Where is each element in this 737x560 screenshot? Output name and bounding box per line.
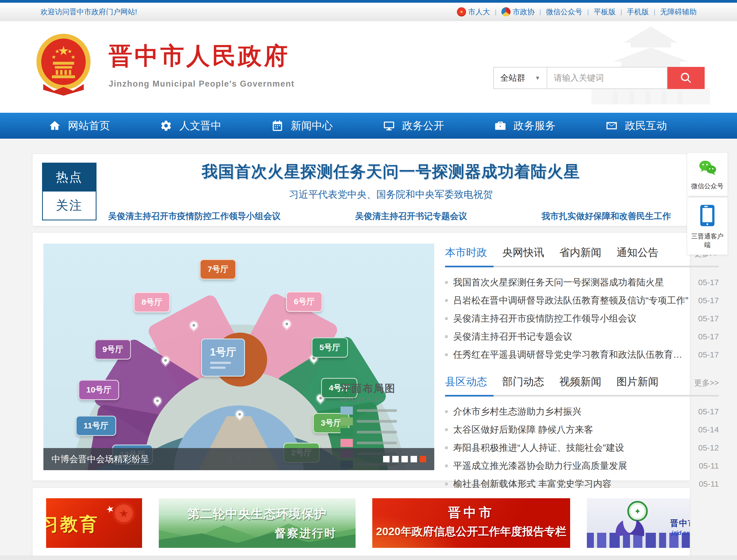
news-link[interactable]: 任秀红在平遥县调研督导党史学习教育和政法队伍教育整顿... bbox=[453, 349, 698, 361]
news-tabs-1: 本市时政 央网快讯 省内新闻 通知公告 更多>> bbox=[445, 245, 719, 260]
news-list-2: 介休市乡村生态游助力乡村振兴05-17 太谷区做好后勤保障 静候八方来客05-1… bbox=[445, 402, 719, 493]
main-content-card: 7号厅 8号厅 6号厅 9号厅 5号厅 10号厅 4号厅 11号厅 3号厅 12… bbox=[32, 233, 690, 481]
chevron-down-icon: ▼ bbox=[535, 75, 540, 81]
banner-eco-inspection[interactable]: 第二轮中央生态环境保护 督察进行时 bbox=[159, 498, 356, 548]
mobile-app-icon bbox=[698, 204, 716, 227]
home-icon bbox=[49, 119, 61, 132]
star-badge-icon: ★ bbox=[112, 502, 135, 525]
news-date: 05-11 bbox=[699, 479, 719, 489]
hot-link-3[interactable]: 我市扎实做好保障和改善民生工作 bbox=[541, 210, 671, 222]
float-wechat[interactable]: 微信公众号 bbox=[687, 152, 728, 196]
site-logo[interactable]: ★ ★ ★ ★ ★ 晋中市人民政府 Jinzhong Municipal Peo… bbox=[35, 32, 295, 97]
top-link-cppcc[interactable]: 市政协 bbox=[501, 7, 534, 17]
nav-culture[interactable]: 人文晋中 bbox=[160, 118, 221, 133]
nav-home[interactable]: 网站首页 bbox=[49, 118, 110, 133]
news-link[interactable]: 平遥成立推光漆器协会助力行业高质量发展 bbox=[453, 460, 699, 472]
carousel-dot-active[interactable] bbox=[420, 456, 426, 462]
carousel-dot[interactable] bbox=[410, 456, 417, 462]
top-link-accessibility[interactable]: 无障碍辅助 bbox=[660, 7, 697, 17]
legend-swatch bbox=[341, 439, 353, 447]
news-carousel[interactable]: 7号厅 8号厅 6号厅 9号厅 5号厅 10号厅 4号厅 11号厅 3号厅 12… bbox=[43, 244, 434, 470]
legend-swatch bbox=[341, 417, 353, 425]
hot-link-1[interactable]: 吴俊清主持召开市疫情防控工作领导小组会议 bbox=[108, 210, 281, 222]
hot-news-card: 热点 关注 我国首次火星探测任务天问一号探测器成功着陆火星 习近平代表党中央、国… bbox=[32, 154, 690, 226]
envelope-icon bbox=[605, 119, 618, 132]
news-link[interactable]: 寿阳县积极推进“人人持证、技能社会”建设 bbox=[453, 442, 698, 454]
tab-photo-news[interactable]: 图片新闻 bbox=[616, 374, 659, 389]
news-list-1: 我国首次火星探测任务天问一号探测器成功着陆火星05-17 吕岩松在晋中调研督导政… bbox=[445, 273, 719, 364]
banner-anti-drug[interactable]: ✦ 远 晋中市禁毒 jzjd.sxjz.gov.cn bbox=[587, 498, 690, 548]
float-sanjintong-app[interactable]: 三晋通客户端 bbox=[687, 197, 728, 255]
tab-department-updates[interactable]: 部门动态 bbox=[502, 374, 544, 389]
hall-label-9: 9号厅 bbox=[95, 339, 131, 360]
tab-underline bbox=[445, 395, 719, 397]
site-titles: 晋中市人民政府 Jinzhong Municipal People's Gove… bbox=[109, 40, 295, 89]
float-sidebar: 微信公众号 三晋通客户端 bbox=[687, 152, 728, 256]
news-item: 任秀红在平遥县调研督导党史学习教育和政法队伍教育整顿...05-17 bbox=[445, 346, 719, 364]
carousel-dot[interactable] bbox=[383, 456, 389, 462]
tab-city-politics[interactable]: 本市时政 bbox=[445, 245, 487, 260]
tab-notices[interactable]: 通知公告 bbox=[616, 245, 659, 260]
banner-party-history-education[interactable]: ★ ★ 习教育 bbox=[46, 498, 142, 548]
page: 欢迎访问晋中市政府门户网站! ★ 市人大 | 市政协 | 微信公众号 | 平板版… bbox=[0, 0, 737, 560]
news-item: 太谷区做好后勤保障 静候八方来客05-14 bbox=[445, 421, 719, 439]
news-date: 05-17 bbox=[698, 350, 719, 359]
news-link[interactable]: 吴俊清主持召开书记专题会议 bbox=[453, 330, 698, 343]
more-link[interactable]: 更多>> bbox=[694, 378, 719, 388]
news-link[interactable]: 吕岩松在晋中调研督导政法队伍教育整顿及信访“专项工作” bbox=[453, 294, 698, 307]
banner-annual-report[interactable]: 晋中市 2020年政府信息公开工作年度报告专栏 bbox=[372, 498, 570, 548]
hot-tag-box: 热点 关注 bbox=[42, 163, 97, 220]
hall-label-5: 5号厅 bbox=[312, 337, 348, 358]
hot-link-2[interactable]: 吴俊清主持召开书记专题会议 bbox=[355, 210, 467, 222]
carousel-caption: 中博会晋中会场精彩纷呈 bbox=[52, 453, 149, 465]
search-input[interactable] bbox=[547, 67, 667, 89]
news-group-county: 县区动态 部门动态 视频新闻 图片新闻 更多>> 介休市乡村生态游助力乡村振兴0… bbox=[445, 374, 719, 493]
news-date: 05-17 bbox=[698, 332, 719, 341]
carousel-dot[interactable] bbox=[401, 456, 408, 462]
footer-strip bbox=[0, 556, 737, 560]
legend-swatch bbox=[341, 407, 353, 415]
news-item: 介休市乡村生态游助力乡村振兴05-17 bbox=[445, 402, 719, 421]
cppcc-emblem-icon bbox=[501, 7, 510, 16]
news-group-city: 本市时政 央网快讯 省内新闻 通知公告 更多>> 我国首次火星探测任务天问一号探… bbox=[445, 245, 719, 364]
news-link[interactable]: 介休市乡村生态游助力乡村振兴 bbox=[453, 405, 698, 418]
top-link-npc[interactable]: ★ 市人大 bbox=[457, 7, 490, 17]
hall-label-6: 6号厅 bbox=[286, 292, 323, 312]
tab-underline bbox=[445, 266, 719, 267]
tab-video-news[interactable]: 视频新闻 bbox=[559, 374, 601, 389]
tab-county-updates[interactable]: 县区动态 bbox=[445, 374, 487, 389]
news-item: 平遥成立推光漆器协会助力行业高质量发展05-11 bbox=[445, 457, 719, 475]
subheadline-link[interactable]: 习近平代表党中央、国务院和中央军委致电祝贺 bbox=[108, 188, 674, 201]
nav-gov-disclosure[interactable]: 政务公开 bbox=[383, 118, 444, 133]
briefcase-icon bbox=[494, 119, 506, 132]
separator: | bbox=[620, 8, 622, 16]
nav-interaction[interactable]: 政民互动 bbox=[605, 118, 667, 133]
search-bar: 全站群 ▼ bbox=[493, 67, 705, 89]
news-date: 05-11 bbox=[699, 461, 719, 470]
svg-text:★: ★ bbox=[71, 54, 76, 60]
news-panel: 本市时政 央网快讯 省内新闻 通知公告 更多>> 我国首次火星探测任务天问一号探… bbox=[445, 244, 719, 470]
top-link-mobile-version[interactable]: 手机版 bbox=[627, 7, 649, 17]
news-item: 寿阳县积极推进“人人持证、技能社会”建设05-12 bbox=[445, 439, 719, 457]
news-link[interactable]: 太谷区做好后勤保障 静候八方来客 bbox=[453, 424, 698, 436]
separator: | bbox=[539, 8, 541, 16]
top-link-wechat[interactable]: 微信公众号 bbox=[546, 7, 582, 17]
nav-news-center[interactable]: 新闻中心 bbox=[271, 118, 333, 133]
welcome-text: 欢迎访问晋中市政府门户网站! bbox=[40, 7, 137, 17]
site-header: ★ ★ ★ ★ ★ 晋中市人民政府 Jinzhong Municipal Peo… bbox=[0, 21, 737, 113]
news-tabs-2: 县区动态 部门动态 视频新闻 图片新闻 更多>> bbox=[445, 374, 719, 389]
news-link[interactable]: 我国首次火星探测任务天问一号探测器成功着陆火星 bbox=[453, 276, 698, 289]
news-date: 05-14 bbox=[698, 425, 719, 434]
top-link-tablet-version[interactable]: 平板版 bbox=[594, 7, 616, 17]
tab-province-news[interactable]: 省内新闻 bbox=[559, 245, 601, 260]
nav-gov-services[interactable]: 政务服务 bbox=[494, 118, 555, 133]
search-icon bbox=[680, 72, 692, 84]
search-button[interactable] bbox=[667, 67, 705, 89]
news-link[interactable]: 吴俊清主持召开市疫情防控工作领导小组会议 bbox=[453, 312, 698, 325]
tab-central-news[interactable]: 央网快讯 bbox=[502, 245, 544, 260]
search-scope-select[interactable]: 全站群 ▼ bbox=[493, 67, 547, 89]
carousel-dot[interactable] bbox=[392, 456, 399, 462]
headline-link[interactable]: 我国首次火星探测任务天问一号探测器成功着陆火星 bbox=[202, 161, 580, 183]
hands-icon bbox=[612, 512, 647, 540]
top-links: ★ 市人大 | 市政协 | 微信公众号 | 平板版 | 手机版 | 无障碍辅助 bbox=[457, 7, 697, 17]
